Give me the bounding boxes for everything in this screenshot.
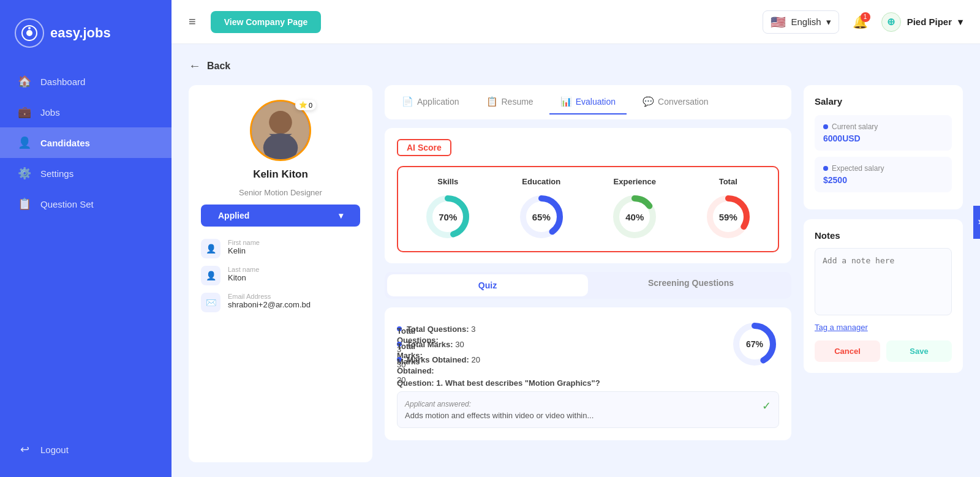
answer-label: Applicant answered: (405, 400, 471, 408)
tag-manager-link[interactable]: Tag a manager (815, 323, 952, 332)
quiz-tab-quiz[interactable]: Quiz (387, 274, 588, 296)
salary-title: Salary (815, 96, 952, 107)
sidebar-item-question-set[interactable]: 📋 Question Set (0, 189, 172, 219)
tab-conversation[interactable]: 💬 Conversation (631, 90, 720, 115)
right-panel: Salary Current salary 6000USD Expected s… (804, 85, 963, 462)
center-panel: 📄 Application 📋 Resume 📊 Evaluation 💬 Co… (385, 85, 791, 462)
company-icon: ⊕ (881, 12, 901, 32)
menu-icon[interactable]: ≡ (189, 15, 196, 29)
candidate-title: Senior Motion Designer (239, 188, 322, 197)
logout-item[interactable]: ↩ Logout (0, 434, 172, 465)
first-name-value: Kelin (228, 246, 260, 255)
application-tab-icon: 📄 (402, 96, 413, 107)
email-icon: ✉️ (201, 293, 221, 312)
tab-resume[interactable]: 📋 Resume (475, 90, 545, 115)
topbar: ≡ View Company Page 🇺🇸 English ▾ 🔔 1 ⊕ P… (172, 0, 980, 44)
stat-dot2: Total Marks: 30 (397, 342, 402, 347)
candidate-name: Kelin Kiton (253, 168, 308, 181)
cancel-button[interactable]: Cancel (815, 340, 880, 362)
salary-dot2 (823, 166, 828, 171)
tabs-row: 📄 Application 📋 Resume 📊 Evaluation 💬 Co… (385, 85, 791, 119)
score-donut-experience: 40% (610, 192, 659, 241)
save-button[interactable]: Save (886, 340, 952, 362)
score-card-skills: Skills 70% (404, 177, 492, 241)
sidebar-item-settings[interactable]: ⚙️ Settings (0, 158, 172, 189)
status-label: Applied (218, 211, 249, 220)
jobs-icon: 💼 (17, 105, 32, 119)
answer-check-icon: ✓ (762, 399, 771, 413)
score-title-skills: Skills (437, 177, 458, 186)
language-selector[interactable]: 🇺🇸 English ▾ (763, 10, 839, 34)
marks-obtained-stat: Marks Obtained: 20 Marks Obtained: 20 (397, 355, 718, 364)
quiz-tab-screening[interactable]: Screening Questions (590, 272, 791, 299)
notifications-bell[interactable]: 🔔 1 (849, 11, 872, 33)
stat-dot: Total Questions: 3 (397, 326, 402, 331)
logo: easy.jobs (0, 12, 172, 66)
email-value: shraboni+2@ar.com.bd (228, 300, 311, 309)
score-title-education: Education (522, 177, 560, 186)
quiz-percentage-label: 67% (746, 339, 763, 349)
candidates-icon: 👤 (17, 136, 32, 149)
tab-application[interactable]: 📄 Application (391, 90, 470, 115)
svg-point-1 (26, 30, 32, 36)
content-area: ← Back ⭐ 0 (172, 44, 980, 477)
sidebar-item-candidates[interactable]: 👤 Candidates (0, 127, 172, 158)
quiz-score-donut: 67% (730, 320, 779, 369)
salary-dot (823, 124, 828, 129)
sidebar-item-dashboard[interactable]: 🏠 Dashboard (0, 66, 172, 97)
evaluation-tab-icon: 📊 (560, 96, 572, 107)
score-card-education: Education 65% (498, 177, 586, 241)
salary-card: Salary Current salary 6000USD Expected s… (804, 85, 963, 209)
tab-evaluation[interactable]: 📊 Evaluation (549, 90, 627, 115)
answer-box: Applicant answered: Adds motion and effe… (397, 391, 779, 428)
expected-salary-item: Expected salary $2500 (815, 157, 952, 192)
status-dropdown[interactable]: Applied ▾ (201, 205, 360, 227)
feedback-tab[interactable]: Feedback (973, 206, 980, 239)
star-count: 0 (309, 102, 312, 109)
back-button[interactable]: ← Back (189, 59, 963, 73)
star-badge: ⭐ 0 (295, 100, 316, 110)
current-salary-value: 6000USD (823, 133, 943, 143)
flag-icon: 🇺🇸 (771, 15, 786, 29)
score-donut-total: 59% (704, 192, 753, 241)
sidebar-item-jobs[interactable]: 💼 Jobs (0, 97, 172, 127)
score-donut-education: 65% (517, 192, 566, 241)
tab-evaluation-label: Evaluation (576, 97, 616, 107)
score-card-total: Total 59% (685, 177, 772, 241)
star-icon: ⭐ (299, 101, 307, 109)
score-donut-skills: 70% (423, 192, 472, 241)
quiz-stats-row: Total Questions: 3 Total Questions: 3 To… (397, 320, 779, 369)
back-arrow-icon: ← (189, 59, 201, 73)
total-marks-label: Total Marks: 30 (407, 340, 464, 349)
tab-application-label: Application (417, 97, 459, 107)
ai-score-label: AI Score (397, 139, 451, 156)
stat-dot3: Marks Obtained: 20 (397, 357, 402, 362)
email-item: ✉️ Email Address shraboni+2@ar.com.bd (201, 293, 360, 312)
company-selector[interactable]: ⊕ Pied Piper ▾ (881, 12, 963, 32)
settings-icon: ⚙️ (17, 167, 32, 180)
total-questions-stat: Total Questions: 3 Total Questions: 3 (397, 325, 718, 334)
quiz-screening-tabs: Quiz Screening Questions (385, 272, 791, 299)
notes-textarea[interactable] (815, 248, 952, 315)
sidebar-item-label: Settings (40, 168, 74, 179)
sidebar-item-label: Jobs (40, 107, 60, 118)
question-label: Question: 1. What best describes "Motion… (397, 378, 779, 388)
score-card-experience: Experience 40% (591, 177, 679, 241)
avatar-wrap: ⭐ 0 (250, 100, 311, 161)
sidebar-item-label: Candidates (40, 138, 90, 148)
score-title-experience: Experience (614, 177, 656, 186)
feedback-label: Feedback (978, 218, 980, 227)
candidate-info-list: 👤 First name Kelin 👤 Last name Kiton (201, 239, 360, 312)
marks-obtained-label: Marks Obtained: 20 (407, 355, 480, 364)
content-grid: ⭐ 0 Kelin Kiton Senior Motion Designer A… (189, 85, 963, 462)
notification-badge: 1 (861, 12, 870, 22)
notes-title: Notes (815, 230, 952, 241)
logout-icon: ↩ (17, 443, 32, 456)
view-company-button[interactable]: View Company Page (211, 11, 322, 33)
main-area: ≡ View Company Page 🇺🇸 English ▾ 🔔 1 ⊕ P… (172, 0, 980, 477)
score-cards: Skills 70% Education (397, 166, 779, 252)
quiz-content: Total Questions: 3 Total Questions: 3 To… (385, 307, 791, 440)
last-name-item: 👤 Last name Kiton (201, 266, 360, 285)
expected-salary-value: $2500 (823, 175, 943, 185)
home-icon: 🏠 (17, 75, 32, 88)
